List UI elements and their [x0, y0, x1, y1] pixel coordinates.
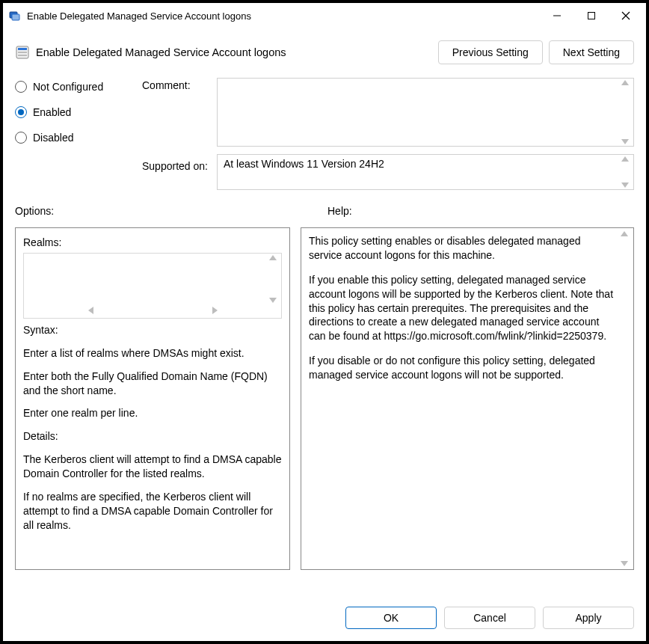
radio-icon: [15, 81, 27, 93]
help-scroll[interactable]: [618, 231, 631, 566]
scroll-down-icon[interactable]: [621, 183, 629, 188]
close-button[interactable]: [609, 3, 643, 28]
realms-label: Realms:: [23, 236, 282, 250]
realms-vert-scroll[interactable]: [266, 255, 280, 303]
scroll-left-icon[interactable]: [88, 307, 93, 314]
titlebar: Enable Delegated Managed Service Account…: [3, 3, 646, 28]
comment-scroll[interactable]: [618, 80, 632, 144]
dialog-window: Enable Delegated Managed Service Account…: [0, 0, 649, 644]
details-heading: Details:: [23, 429, 282, 444]
svg-rect-3: [588, 13, 595, 19]
help-section-label: Help:: [314, 205, 634, 217]
section-labels: Options: Help:: [3, 199, 646, 221]
svg-rect-8: [18, 52, 27, 53]
radio-enabled[interactable]: Enabled: [15, 106, 142, 118]
maximize-button[interactable]: [574, 3, 609, 28]
syntax-line: Enter a list of realms where DMSAs might…: [23, 346, 282, 361]
radio-disabled[interactable]: Disabled: [15, 132, 142, 144]
window-controls: [540, 3, 643, 28]
scroll-down-icon[interactable]: [621, 561, 628, 566]
supported-on-value: At least Windows 11 Version 24H2: [224, 158, 384, 170]
next-setting-button[interactable]: Next Setting: [549, 40, 634, 64]
settings-area: Not Configured Enabled Disabled Comment:…: [3, 78, 646, 199]
radio-icon: [15, 106, 27, 118]
supported-scroll[interactable]: [618, 156, 632, 188]
supported-on-textbox: At least Windows 11 Version 24H2: [217, 154, 634, 190]
help-paragraph: If you enable this policy setting, deleg…: [309, 273, 615, 343]
help-panel: This policy setting enables or disables …: [301, 227, 634, 570]
scroll-up-icon[interactable]: [621, 80, 629, 85]
svg-rect-9: [18, 55, 27, 56]
scroll-down-icon[interactable]: [269, 298, 277, 303]
policy-icon: [15, 45, 30, 60]
apply-button[interactable]: Apply: [543, 607, 634, 629]
fields-col: At least Windows 11 Version 24H2: [217, 78, 634, 190]
window-title: Enable Delegated Managed Service Account…: [27, 10, 540, 22]
scroll-up-icon[interactable]: [621, 231, 628, 236]
scroll-up-icon[interactable]: [269, 255, 277, 260]
ok-button[interactable]: OK: [345, 607, 437, 629]
policy-title: Enable Delegated Managed Service Account…: [36, 46, 432, 58]
details-line: The Kerberos client will attempt to find…: [23, 453, 282, 481]
panels: Realms: Syntax: Enter a list of realms w…: [3, 221, 646, 596]
scroll-down-icon[interactable]: [621, 139, 629, 144]
svg-rect-1: [12, 14, 19, 20]
dialog-button-bar: OK Cancel Apply: [3, 596, 646, 641]
realms-listbox[interactable]: [23, 253, 282, 319]
comment-label: Comment:: [142, 79, 217, 160]
supported-on-label: Supported on:: [142, 160, 217, 172]
cancel-button[interactable]: Cancel: [444, 607, 535, 629]
radio-label: Enabled: [33, 106, 71, 118]
comment-textbox[interactable]: [217, 78, 634, 147]
header: Enable Delegated Managed Service Account…: [3, 28, 646, 78]
options-panel: Realms: Syntax: Enter a list of realms w…: [15, 227, 290, 570]
options-section-label: Options:: [15, 205, 299, 217]
syntax-line: Enter both the Fully Qualified Domain Na…: [23, 369, 282, 398]
app-icon: [9, 10, 21, 22]
options-description: Syntax: Enter a list of realms where DMS…: [23, 323, 282, 542]
radio-icon: [15, 132, 27, 144]
radio-label: Disabled: [33, 132, 73, 144]
details-line: If no realms are specified, the Kerberos…: [23, 490, 282, 533]
syntax-line: Enter one realm per line.: [23, 406, 282, 420]
syntax-heading: Syntax:: [23, 323, 282, 337]
help-paragraph: If you disable or do not configure this …: [309, 354, 615, 382]
svg-rect-7: [18, 48, 27, 50]
radio-not-configured[interactable]: Not Configured: [15, 81, 142, 93]
minimize-button[interactable]: [540, 3, 574, 28]
previous-setting-button[interactable]: Previous Setting: [438, 40, 543, 64]
state-radio-group: Not Configured Enabled Disabled: [15, 78, 142, 190]
scroll-up-icon[interactable]: [621, 156, 629, 162]
field-labels-col: Comment: Supported on:: [142, 78, 217, 190]
radio-label: Not Configured: [33, 81, 103, 93]
scroll-right-icon[interactable]: [212, 307, 218, 314]
help-paragraph: This policy setting enables or disables …: [309, 234, 615, 263]
realms-horiz-scroll[interactable]: [28, 304, 277, 316]
